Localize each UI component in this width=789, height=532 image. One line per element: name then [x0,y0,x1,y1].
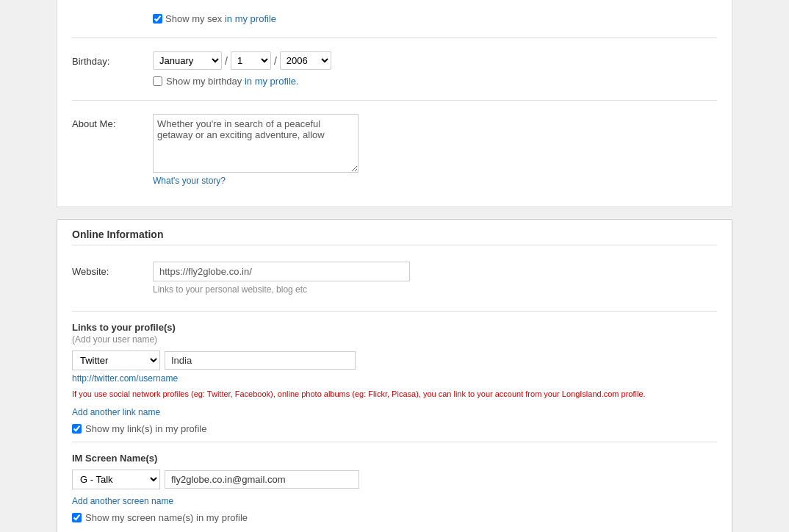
year-select[interactable]: 2006200520042003 2002200120001999 199819… [280,51,331,70]
show-links-row: Show my link(s) in my profile [72,423,717,434]
birthday-content: JanuaryFebruaryMarchApril MayJuneJulyAug… [153,51,717,87]
im-section: IM Screen Name(s) G - Talk AIM MSN Yahoo… [72,453,717,523]
social-info-text: If you use social network profiles (eg: … [72,388,717,400]
im-value-input[interactable] [165,470,359,489]
website-label: Website: [72,262,153,277]
profiles-hint: (Add your user name) [72,334,717,345]
about-me-content: Whether you're in search of a peaceful g… [153,114,717,186]
birthday-row: Birthday: JanuaryFebruaryMarchApril MayJ… [72,46,717,93]
im-title: IM Screen Name(s) [72,453,717,464]
show-screen-label: Show my screen name(s) in my profile [85,512,248,523]
gtalk-row: G - Talk AIM MSN Yahoo ICQ Skype Other [72,470,717,489]
show-links-label: Show my link(s) in my profile [85,423,206,434]
show-birthday-label: Show my birthday in my profile. [166,76,299,87]
im-type-select[interactable]: G - Talk AIM MSN Yahoo ICQ Skype Other [72,470,160,489]
whats-story-link[interactable]: What's your story? [153,176,226,186]
month-select[interactable]: JanuaryFebruaryMarchApril MayJuneJulyAug… [153,51,222,70]
show-sex-link[interactable]: in my profile [225,13,276,24]
show-sex-checkbox[interactable] [153,14,162,24]
show-birthday-link[interactable]: in my profile. [245,76,299,87]
twitter-value-input[interactable] [165,351,356,370]
day-select[interactable]: 12345 678910 1112131415 1617181920 21222… [231,51,271,70]
about-me-label: About Me: [72,114,153,129]
show-sex-text: Show my sex in my profile [165,13,276,24]
website-content: Links to your personal website, blog etc [153,262,717,295]
website-hint: Links to your personal website, blog etc [153,284,717,295]
profiles-section: Links to your profile(s) (Add your user … [72,322,717,434]
show-links-checkbox[interactable] [72,424,82,434]
show-screen-checkbox[interactable] [72,513,82,522]
add-link-name[interactable]: Add another link name [72,407,160,417]
online-information-section: Online Information Website: Links to you… [57,219,732,532]
website-row: Website: Links to your personal website,… [72,256,717,301]
website-input[interactable] [153,262,410,281]
twitter-url-hint: http://twitter.com/username [72,373,717,384]
profiles-title: Links to your profile(s) [72,322,717,333]
about-me-textarea[interactable]: Whether you're in search of a peaceful g… [153,114,359,173]
show-birthday-checkbox[interactable] [153,76,162,86]
birthday-label: Birthday: [72,51,153,67]
twitter-type-select[interactable]: Twitter Facebook MySpace LinkedIn Flickr… [72,351,160,370]
add-screen-name-link[interactable]: Add another screen name [72,496,173,506]
online-information-title: Online Information [72,229,717,245]
twitter-row: Twitter Facebook MySpace LinkedIn Flickr… [72,351,717,370]
show-screen-row: Show my screen name(s) in my profile [72,512,717,523]
about-me-row: About Me: Whether you're in search of a … [72,108,717,192]
